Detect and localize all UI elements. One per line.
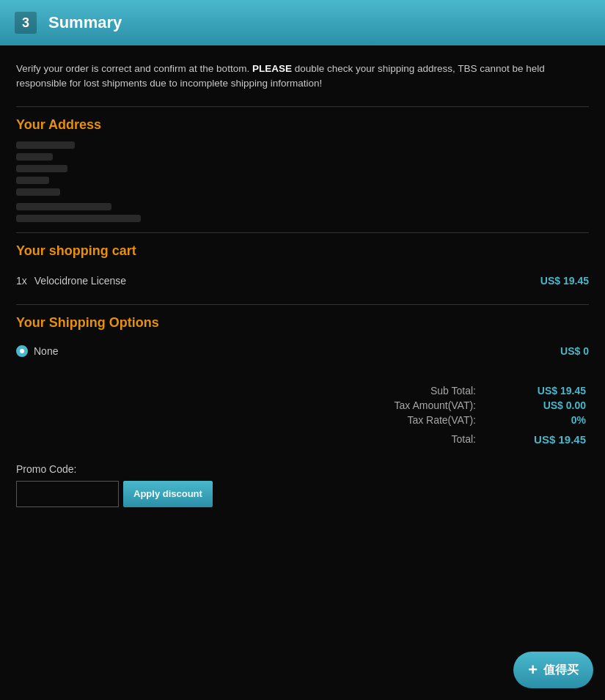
tax-rate-row: Tax Rate(VAT): 0% [337,414,586,426]
cart-item-price: US$ 19.45 [540,275,589,287]
address-email-2 [16,215,141,222]
shipping-radio[interactable] [16,345,28,357]
page-title: Summary [48,13,122,32]
subtotal-value: US$ 19.45 [520,385,586,397]
apply-discount-button[interactable]: Apply discount [123,481,213,507]
tax-amount-label: Tax Amount(VAT): [337,399,476,411]
shipping-none-label: None [34,345,58,357]
address-line-2 [16,153,53,161]
cart-section-title: Your shopping cart [16,243,589,259]
step-badge: 3 [15,12,37,34]
divider-shipping [16,304,589,305]
notice-before: Verify your order is correct and confirm… [16,63,252,74]
promo-label: Promo Code: [16,463,589,475]
address-line-4 [16,177,49,184]
divider-cart [16,232,589,233]
tax-rate-label: Tax Rate(VAT): [337,414,476,426]
grand-total-label: Total: [337,433,476,445]
floating-badge[interactable]: + 值得买 [513,652,593,688]
grand-total-value: US$ 19.45 [520,433,586,446]
page-header: 3 Summary [0,0,605,45]
address-contact-group [16,203,589,222]
tax-rate-value: 0% [520,414,586,426]
shipping-left: None [16,345,58,357]
promo-section: Promo Code: Apply discount [16,463,589,507]
address-line-3 [16,165,67,172]
cart-item-qty: 1x [16,275,27,287]
divider-address [16,106,589,107]
shipping-section-title: Your Shipping Options [16,315,589,331]
address-line-1 [16,141,75,149]
promo-input[interactable] [16,481,119,507]
main-content: Verify your order is correct and confirm… [0,45,605,529]
shipping-option: None US$ 0 [16,339,589,363]
notice-text: Verify your order is correct and confirm… [16,62,589,92]
address-line-5 [16,188,60,196]
plus-icon: + [528,660,538,679]
subtotal-row: Sub Total: US$ 19.45 [337,385,586,397]
cart-item: 1x Velocidrone License US$ 19.45 [16,268,589,294]
address-block [16,141,589,222]
address-section-title: Your Address [16,117,589,133]
grand-total-row: Total: US$ 19.45 [337,433,586,446]
floating-text: 值得买 [543,663,579,678]
cart-item-left: 1x Velocidrone License [16,275,126,287]
tax-amount-row: Tax Amount(VAT): US$ 0.00 [337,399,586,411]
address-email-1 [16,203,111,210]
totals-section: Sub Total: US$ 19.45 Tax Amount(VAT): US… [16,385,589,446]
notice-bold: PLEASE [252,63,292,74]
promo-row: Apply discount [16,481,589,507]
shipping-price: US$ 0 [560,345,589,357]
tax-amount-value: US$ 0.00 [520,399,586,411]
subtotal-label: Sub Total: [337,385,476,397]
cart-item-name: Velocidrone License [34,275,126,287]
